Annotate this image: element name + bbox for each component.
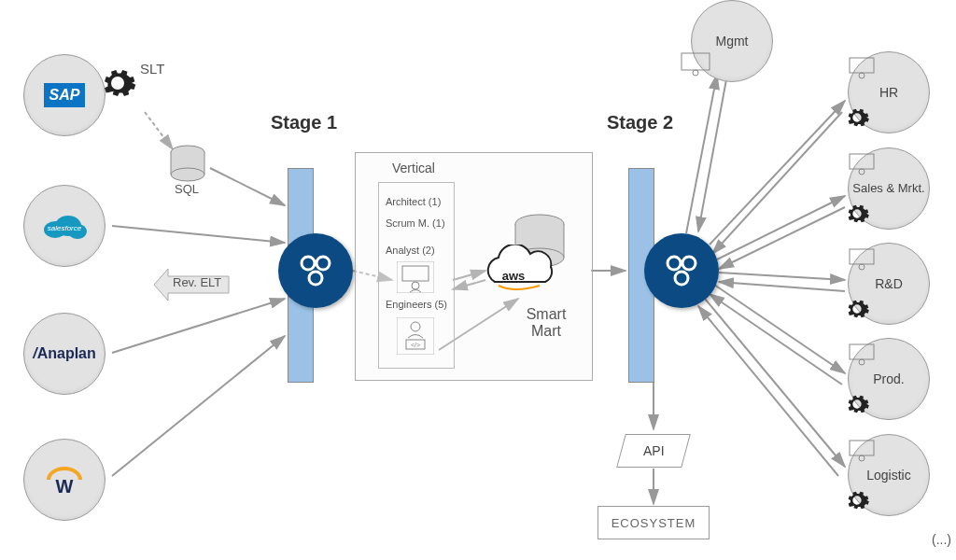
svg-text:aws: aws <box>502 269 526 283</box>
svg-line-16 <box>719 273 845 280</box>
svg-point-41 <box>411 322 420 331</box>
logistic-dashboard-icon <box>848 439 876 463</box>
ellipsis-label: (...) <box>932 532 951 547</box>
sales-dashboard-icon <box>848 152 876 176</box>
hub2-icon <box>661 250 702 291</box>
engineer-person-icon: </> <box>397 317 434 355</box>
sql-label: SQL <box>175 182 199 196</box>
svg-line-15 <box>719 207 845 269</box>
hr-gear-icon <box>844 105 870 131</box>
svg-point-56 <box>859 73 865 78</box>
svg-line-13 <box>712 112 842 254</box>
salesforce-logo-icon: salesforce <box>36 207 92 245</box>
dept-mgmt-label: Mgmt <box>716 34 749 49</box>
svg-point-60 <box>859 264 865 270</box>
svg-point-64 <box>859 455 865 461</box>
ecosystem-label: ECOSYSTEM <box>612 516 696 530</box>
sap-logo: SAP <box>44 83 86 107</box>
sales-gear-icon <box>844 201 870 227</box>
source-workday: W <box>23 439 105 521</box>
source-sap: SAP <box>23 54 105 136</box>
dept-logistic-label: Logistic <box>866 468 910 483</box>
prod-dashboard-icon <box>848 343 876 367</box>
sql-cylinder-icon <box>166 145 209 184</box>
svg-line-19 <box>710 294 842 385</box>
svg-line-17 <box>719 282 845 291</box>
slt-gear-icon <box>98 63 137 103</box>
svg-text:</>: </> <box>411 342 420 348</box>
workday-logo-icon: W <box>41 461 88 498</box>
svg-line-10 <box>686 75 717 233</box>
svg-rect-55 <box>850 58 874 73</box>
dept-prod-label: Prod. <box>873 371 904 386</box>
svg-point-34 <box>302 257 315 270</box>
role-engineers: Engineers (5) <box>386 299 447 310</box>
svg-point-62 <box>859 359 865 365</box>
analyst-person-icon <box>397 261 434 293</box>
dept-sales-label: Sales & Mrkt. <box>852 182 924 195</box>
hr-dashboard-icon <box>848 56 876 80</box>
svg-point-52 <box>675 272 688 285</box>
svg-point-58 <box>859 169 865 175</box>
svg-line-4 <box>112 336 285 476</box>
svg-point-35 <box>316 257 330 270</box>
svg-line-20 <box>705 299 845 467</box>
svg-line-14 <box>717 196 845 259</box>
svg-rect-38 <box>402 266 429 281</box>
svg-line-2 <box>112 226 285 243</box>
anaplan-logo: /Anaplan <box>33 345 96 362</box>
prod-gear-icon <box>844 391 870 417</box>
role-analyst: Analyst (2) <box>386 245 435 256</box>
svg-point-39 <box>412 282 419 289</box>
svg-point-50 <box>668 257 681 270</box>
role-scrum: Scrum M. (1) <box>386 217 445 229</box>
svg-rect-59 <box>850 249 874 264</box>
svg-point-33 <box>171 168 204 181</box>
api-label: API <box>643 443 665 458</box>
svg-rect-63 <box>850 441 874 455</box>
aws-cloud-icon: aws <box>476 245 562 299</box>
api-box: API <box>616 434 691 468</box>
mgmt-dashboard-icon <box>680 51 711 77</box>
svg-line-0 <box>145 112 173 149</box>
svg-point-54 <box>693 70 698 76</box>
svg-line-18 <box>714 285 845 373</box>
svg-line-11 <box>698 79 726 231</box>
logistic-gear-icon <box>844 487 870 513</box>
source-salesforce: salesforce <box>23 185 105 267</box>
rev-elt-label: Rev. ELT <box>173 275 221 289</box>
svg-line-12 <box>710 101 845 245</box>
svg-text:W: W <box>56 476 74 497</box>
hub2-circle <box>644 233 719 308</box>
svg-line-21 <box>698 306 838 476</box>
smart-mart-label: Smart Mart <box>513 306 579 339</box>
svg-rect-57 <box>850 154 874 169</box>
svg-rect-61 <box>850 344 874 359</box>
rd-dashboard-icon <box>848 247 876 272</box>
stage1-label: Stage 1 <box>271 112 337 133</box>
source-anaplan: /Anaplan <box>23 313 105 395</box>
hub1-circle <box>278 233 353 308</box>
dept-hr-label: HR <box>879 85 898 100</box>
role-architect: Architect (1) <box>386 196 441 207</box>
svg-rect-53 <box>682 53 710 70</box>
vertical-label: Vertical <box>392 161 435 175</box>
hub1-icon <box>295 250 336 291</box>
svg-text:salesforce: salesforce <box>48 224 82 232</box>
ecosystem-box: ECOSYSTEM <box>598 506 710 539</box>
svg-point-36 <box>309 272 322 285</box>
svg-point-51 <box>682 257 696 270</box>
stage2-label: Stage 2 <box>607 112 673 133</box>
dept-rd-label: R&D <box>875 276 903 291</box>
svg-line-1 <box>210 168 285 205</box>
slt-label: SLT <box>140 61 164 77</box>
rd-gear-icon <box>844 296 870 322</box>
